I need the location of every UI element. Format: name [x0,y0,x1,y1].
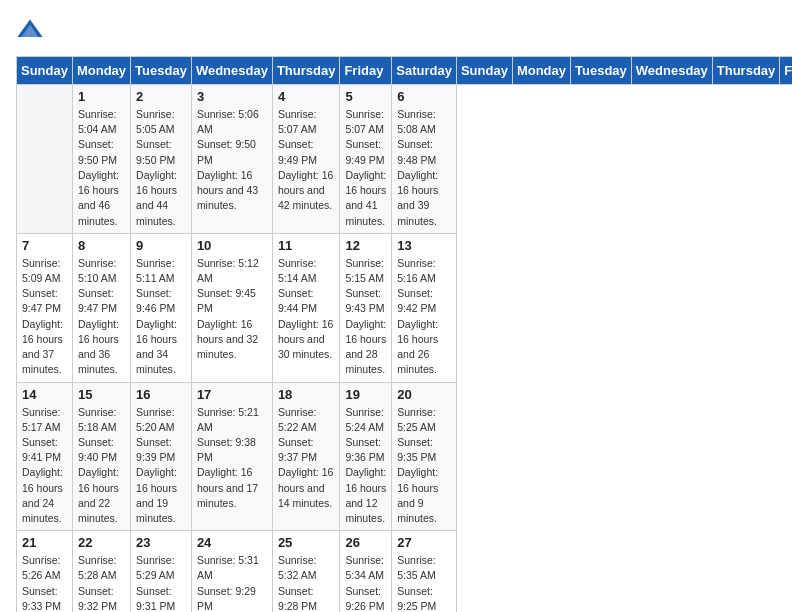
calendar-cell: 6Sunrise: 5:08 AMSunset: 9:48 PMDaylight… [392,85,457,234]
column-header-wednesday: Wednesday [631,57,712,85]
calendar-cell: 1Sunrise: 5:04 AMSunset: 9:50 PMDaylight… [72,85,130,234]
calendar-cell: 5Sunrise: 5:07 AMSunset: 9:49 PMDaylight… [340,85,392,234]
calendar-cell: 27Sunrise: 5:35 AMSunset: 9:25 PMDayligh… [392,531,457,612]
day-info: Sunrise: 5:22 AMSunset: 9:37 PMDaylight:… [278,405,335,512]
day-number: 3 [197,89,267,104]
calendar-cell: 25Sunrise: 5:32 AMSunset: 9:28 PMDayligh… [272,531,340,612]
day-number: 9 [136,238,186,253]
calendar-cell: 7Sunrise: 5:09 AMSunset: 9:47 PMDaylight… [17,233,73,382]
calendar-cell: 20Sunrise: 5:25 AMSunset: 9:35 PMDayligh… [392,382,457,531]
logo-icon [16,16,44,44]
column-header-tuesday: Tuesday [131,57,192,85]
column-header-thursday: Thursday [712,57,780,85]
calendar-week-row: 14Sunrise: 5:17 AMSunset: 9:41 PMDayligh… [17,382,793,531]
calendar-cell: 23Sunrise: 5:29 AMSunset: 9:31 PMDayligh… [131,531,192,612]
day-info: Sunrise: 5:14 AMSunset: 9:44 PMDaylight:… [278,256,335,363]
day-info: Sunrise: 5:24 AMSunset: 9:36 PMDaylight:… [345,405,386,527]
column-header-friday: Friday [780,57,792,85]
day-number: 24 [197,535,267,550]
day-number: 19 [345,387,386,402]
calendar-cell: 11Sunrise: 5:14 AMSunset: 9:44 PMDayligh… [272,233,340,382]
calendar-cell: 13Sunrise: 5:16 AMSunset: 9:42 PMDayligh… [392,233,457,382]
day-number: 11 [278,238,335,253]
calendar-cell: 8Sunrise: 5:10 AMSunset: 9:47 PMDaylight… [72,233,130,382]
day-info: Sunrise: 5:11 AMSunset: 9:46 PMDaylight:… [136,256,186,378]
day-number: 2 [136,89,186,104]
day-info: Sunrise: 5:08 AMSunset: 9:48 PMDaylight:… [397,107,451,229]
day-info: Sunrise: 5:25 AMSunset: 9:35 PMDaylight:… [397,405,451,527]
column-header-monday: Monday [72,57,130,85]
day-info: Sunrise: 5:05 AMSunset: 9:50 PMDaylight:… [136,107,186,229]
day-info: Sunrise: 5:32 AMSunset: 9:28 PMDaylight:… [278,553,335,612]
calendar-header-row: SundayMondayTuesdayWednesdayThursdayFrid… [17,57,793,85]
day-info: Sunrise: 5:07 AMSunset: 9:49 PMDaylight:… [278,107,335,214]
day-info: Sunrise: 5:12 AMSunset: 9:45 PMDaylight:… [197,256,267,363]
calendar-week-row: 7Sunrise: 5:09 AMSunset: 9:47 PMDaylight… [17,233,793,382]
calendar-cell: 19Sunrise: 5:24 AMSunset: 9:36 PMDayligh… [340,382,392,531]
calendar-week-row: 1Sunrise: 5:04 AMSunset: 9:50 PMDaylight… [17,85,793,234]
column-header-wednesday: Wednesday [191,57,272,85]
day-info: Sunrise: 5:21 AMSunset: 9:38 PMDaylight:… [197,405,267,512]
page-header [16,16,776,44]
day-info: Sunrise: 5:04 AMSunset: 9:50 PMDaylight:… [78,107,125,229]
calendar-cell: 15Sunrise: 5:18 AMSunset: 9:40 PMDayligh… [72,382,130,531]
calendar-cell: 17Sunrise: 5:21 AMSunset: 9:38 PMDayligh… [191,382,272,531]
day-info: Sunrise: 5:26 AMSunset: 9:33 PMDaylight:… [22,553,67,612]
day-info: Sunrise: 5:28 AMSunset: 9:32 PMDaylight:… [78,553,125,612]
day-number: 7 [22,238,67,253]
calendar-cell: 14Sunrise: 5:17 AMSunset: 9:41 PMDayligh… [17,382,73,531]
column-header-sunday: Sunday [17,57,73,85]
logo [16,16,48,44]
day-number: 4 [278,89,335,104]
day-info: Sunrise: 5:10 AMSunset: 9:47 PMDaylight:… [78,256,125,378]
calendar-cell: 3Sunrise: 5:06 AMSunset: 9:50 PMDaylight… [191,85,272,234]
day-info: Sunrise: 5:31 AMSunset: 9:29 PMDaylight:… [197,553,267,612]
calendar-cell [17,85,73,234]
day-info: Sunrise: 5:18 AMSunset: 9:40 PMDaylight:… [78,405,125,527]
day-number: 21 [22,535,67,550]
calendar-cell: 18Sunrise: 5:22 AMSunset: 9:37 PMDayligh… [272,382,340,531]
calendar-cell: 22Sunrise: 5:28 AMSunset: 9:32 PMDayligh… [72,531,130,612]
column-header-friday: Friday [340,57,392,85]
day-info: Sunrise: 5:34 AMSunset: 9:26 PMDaylight:… [345,553,386,612]
day-number: 6 [397,89,451,104]
column-header-thursday: Thursday [272,57,340,85]
column-header-tuesday: Tuesday [571,57,632,85]
day-number: 13 [397,238,451,253]
day-info: Sunrise: 5:07 AMSunset: 9:49 PMDaylight:… [345,107,386,229]
day-number: 1 [78,89,125,104]
calendar-week-row: 21Sunrise: 5:26 AMSunset: 9:33 PMDayligh… [17,531,793,612]
day-info: Sunrise: 5:29 AMSunset: 9:31 PMDaylight:… [136,553,186,612]
calendar-cell: 2Sunrise: 5:05 AMSunset: 9:50 PMDaylight… [131,85,192,234]
day-number: 15 [78,387,125,402]
calendar-cell: 12Sunrise: 5:15 AMSunset: 9:43 PMDayligh… [340,233,392,382]
column-header-sunday: Sunday [456,57,512,85]
day-number: 16 [136,387,186,402]
day-info: Sunrise: 5:20 AMSunset: 9:39 PMDaylight:… [136,405,186,527]
day-number: 5 [345,89,386,104]
day-info: Sunrise: 5:35 AMSunset: 9:25 PMDaylight:… [397,553,451,612]
day-number: 8 [78,238,125,253]
calendar-cell: 16Sunrise: 5:20 AMSunset: 9:39 PMDayligh… [131,382,192,531]
calendar-table: SundayMondayTuesdayWednesdayThursdayFrid… [16,56,792,612]
day-number: 26 [345,535,386,550]
calendar-cell: 10Sunrise: 5:12 AMSunset: 9:45 PMDayligh… [191,233,272,382]
day-info: Sunrise: 5:09 AMSunset: 9:47 PMDaylight:… [22,256,67,378]
day-number: 17 [197,387,267,402]
day-number: 27 [397,535,451,550]
column-header-monday: Monday [512,57,570,85]
day-number: 10 [197,238,267,253]
calendar-cell: 4Sunrise: 5:07 AMSunset: 9:49 PMDaylight… [272,85,340,234]
day-info: Sunrise: 5:16 AMSunset: 9:42 PMDaylight:… [397,256,451,378]
day-number: 23 [136,535,186,550]
calendar-cell: 9Sunrise: 5:11 AMSunset: 9:46 PMDaylight… [131,233,192,382]
day-number: 25 [278,535,335,550]
calendar-cell: 21Sunrise: 5:26 AMSunset: 9:33 PMDayligh… [17,531,73,612]
day-info: Sunrise: 5:17 AMSunset: 9:41 PMDaylight:… [22,405,67,527]
day-info: Sunrise: 5:06 AMSunset: 9:50 PMDaylight:… [197,107,267,214]
day-number: 14 [22,387,67,402]
day-number: 18 [278,387,335,402]
day-number: 20 [397,387,451,402]
day-number: 22 [78,535,125,550]
day-number: 12 [345,238,386,253]
